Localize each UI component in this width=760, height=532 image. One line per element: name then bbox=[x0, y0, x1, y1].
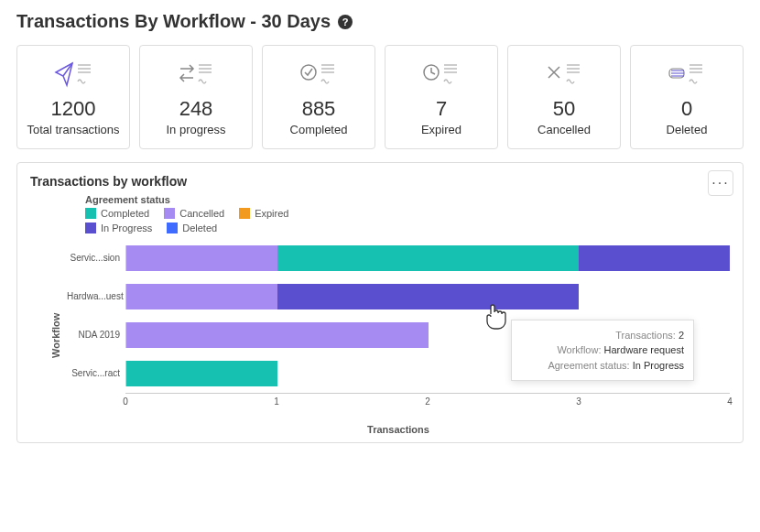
bar-segment[interactable] bbox=[126, 284, 277, 309]
stat-label: Total transactions bbox=[27, 123, 119, 137]
x-tick: 2 bbox=[425, 396, 430, 407]
panel-title: Transactions by workflow bbox=[30, 174, 730, 189]
stat-value: 248 bbox=[179, 97, 213, 121]
stat-label: In progress bbox=[166, 123, 225, 137]
legend-item[interactable]: Deleted bbox=[167, 223, 217, 233]
stat-label: Cancelled bbox=[537, 123, 591, 137]
bar-chart[interactable]: Workflow Servic...sionHardwa...uestNDA 2… bbox=[67, 239, 730, 431]
bar-segment[interactable] bbox=[126, 361, 277, 386]
check-circle-icon bbox=[299, 59, 338, 92]
bar-segment[interactable] bbox=[126, 322, 429, 348]
workflow-panel: Transactions by workflow ··· Agreement s… bbox=[16, 162, 744, 443]
help-icon[interactable]: ? bbox=[338, 15, 353, 29]
x-tick: 4 bbox=[727, 396, 733, 407]
panel-menu-button[interactable]: ··· bbox=[708, 170, 733, 196]
bar-row[interactable]: Servic...sion bbox=[67, 239, 730, 277]
x-axis-label: Transactions bbox=[67, 424, 730, 435]
stat-label: Completed bbox=[290, 123, 348, 137]
x-tick: 3 bbox=[576, 396, 581, 407]
legend-title: Agreement status bbox=[85, 194, 730, 205]
stat-value: 1200 bbox=[51, 97, 96, 121]
page-title-text: Transactions By Workflow - 30 Days bbox=[16, 11, 331, 32]
tooltip-label: Workflow: bbox=[557, 344, 601, 355]
stat-cards-row: 1200 Total transactions 248 In progress … bbox=[16, 45, 744, 149]
legend-item[interactable]: Expired bbox=[239, 208, 288, 219]
x-axis: 01234 bbox=[125, 393, 730, 407]
bar-segment[interactable] bbox=[277, 284, 580, 309]
y-axis-label: Workflow bbox=[50, 312, 61, 357]
x-icon bbox=[545, 59, 583, 92]
chart-tooltip: Transactions: 2 Workflow: Hardware reque… bbox=[511, 320, 694, 382]
x-tick: 0 bbox=[123, 396, 128, 407]
tooltip-value: 2 bbox=[679, 330, 684, 341]
stat-card-cancelled[interactable]: 50 Cancelled bbox=[507, 45, 621, 149]
stat-value: 50 bbox=[553, 97, 575, 121]
bar-segment[interactable] bbox=[126, 245, 277, 271]
stat-value: 885 bbox=[302, 97, 336, 121]
legend-item[interactable]: Cancelled bbox=[164, 208, 224, 219]
legend-item[interactable]: Completed bbox=[85, 208, 149, 219]
send-icon bbox=[54, 59, 92, 92]
stat-card-expired[interactable]: 7 Expired bbox=[385, 45, 498, 149]
bar-row-label: Servic...sion bbox=[67, 253, 125, 263]
tooltip-label: Transactions: bbox=[615, 330, 676, 341]
chart-legend: Agreement status CompletedCancelledExpir… bbox=[85, 194, 730, 233]
clock-icon bbox=[422, 59, 461, 92]
bar-segment[interactable] bbox=[579, 245, 730, 271]
stat-card-deleted[interactable]: 0 Deleted bbox=[630, 45, 744, 149]
tooltip-value: Hardware request bbox=[604, 344, 684, 355]
stat-value: 0 bbox=[681, 97, 692, 121]
x-tick: 1 bbox=[274, 396, 279, 407]
bar-row-label: Servic...ract bbox=[67, 368, 125, 378]
stat-value: 7 bbox=[436, 97, 447, 121]
bar-row-label: Hardwa...uest bbox=[67, 291, 125, 301]
svg-point-6 bbox=[301, 65, 316, 80]
legend-item[interactable]: In Progress bbox=[85, 223, 152, 233]
stat-card-completed[interactable]: 885 Completed bbox=[262, 45, 375, 149]
stat-card-total[interactable]: 1200 Total transactions bbox=[16, 45, 130, 149]
tooltip-value: In Progress bbox=[633, 360, 684, 371]
trash-doc-icon bbox=[668, 59, 706, 92]
bar-row[interactable]: Hardwa...uest bbox=[67, 277, 730, 316]
bar-row-label: NDA 2019 bbox=[67, 330, 125, 340]
page-title: Transactions By Workflow - 30 Days ? bbox=[16, 11, 744, 32]
bar-segment[interactable] bbox=[277, 245, 580, 271]
stat-label: Deleted bbox=[667, 123, 708, 137]
stat-card-inprogress[interactable]: 248 In progress bbox=[139, 45, 253, 149]
stat-label: Expired bbox=[421, 123, 461, 137]
arrows-icon bbox=[177, 59, 215, 92]
tooltip-label: Agreement status: bbox=[548, 360, 629, 371]
